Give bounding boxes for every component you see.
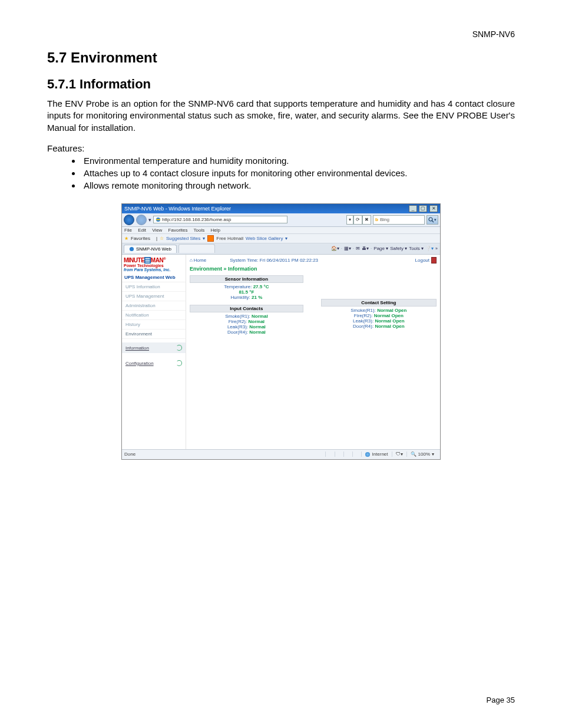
home-icon: ⌂ bbox=[190, 258, 193, 263]
system-time: System Time: Fri 06/24/2011 PM 02:22:23 bbox=[230, 258, 318, 263]
window-controls[interactable]: _ ▢ ✕ bbox=[408, 205, 438, 212]
window-title: SNMP-NV6 Web - Windows Internet Explorer bbox=[124, 206, 231, 212]
new-tab-button[interactable] bbox=[178, 244, 215, 253]
cmd-tools[interactable]: Tools ▾ bbox=[409, 246, 424, 251]
svg-point-3 bbox=[130, 247, 134, 251]
refresh-icon[interactable] bbox=[176, 345, 182, 351]
favorites-star-icon[interactable]: ★ bbox=[124, 236, 128, 241]
breadcrumb: Environment » Information bbox=[190, 263, 437, 275]
fav-suggested[interactable]: Suggested Sites bbox=[166, 236, 200, 241]
close-button[interactable]: ✕ bbox=[429, 205, 438, 212]
feature-item: Allows remote monitoring through network… bbox=[81, 179, 515, 192]
sidebar-item-administration[interactable]: Administration bbox=[122, 301, 186, 311]
sidebar-item-ups-information[interactable]: UPS Information bbox=[122, 282, 186, 292]
home-icon[interactable]: 🏠▾ bbox=[331, 246, 339, 251]
svg-line-2 bbox=[432, 220, 434, 222]
print-icon[interactable]: 🖶▾ bbox=[362, 246, 369, 251]
maximize-button[interactable]: ▢ bbox=[419, 205, 427, 212]
brand-logo: MINUTE☰MAN® Power Technologies from Para… bbox=[122, 255, 186, 273]
menu-tools[interactable]: Tools bbox=[194, 228, 205, 233]
logout-link[interactable]: Logout bbox=[415, 257, 437, 263]
logout-icon bbox=[431, 257, 437, 263]
search-provider: Bing bbox=[380, 217, 389, 222]
url-text: http://192.168.168.236/home.asp bbox=[162, 217, 231, 222]
tab-bar: SNMP-NV6 Web 🏠▾· ▦▾· ✉ 🖶▾· Page ▾ Safety… bbox=[122, 243, 440, 255]
web-app: MINUTE☰MAN® Power Technologies from Para… bbox=[122, 255, 440, 449]
status-zoom[interactable]: 🔍100%▾ bbox=[406, 452, 438, 457]
back-button[interactable] bbox=[124, 215, 134, 225]
sidebar-heading: UPS Management Web bbox=[122, 273, 186, 282]
input-contacts-body: Smoke(R1): Normal Fire(R2): Normal Leak(… bbox=[190, 312, 303, 336]
features-label: Features: bbox=[47, 143, 515, 153]
tab-title: SNMP-NV6 Web bbox=[136, 246, 171, 252]
status-bar: Done Internet 🛡▾ 🔍100%▾ bbox=[122, 449, 440, 459]
intro-paragraph: The ENV Probe is an option for the SNMP-… bbox=[47, 98, 515, 134]
contact-setting-header: Contact Setting bbox=[321, 299, 437, 307]
sensor-info-body: Temperature: 27.5 °C 81.5 °F Humidity: 2… bbox=[190, 283, 303, 301]
favorites-bar: ★ Favorites | ☆ Suggested Sites▾ Free Ho… bbox=[122, 234, 440, 243]
page-number: Page 35 bbox=[487, 696, 515, 704]
ie-icon bbox=[156, 217, 161, 222]
favorites-label[interactable]: Favorites bbox=[131, 236, 150, 241]
sidebar-item-environment[interactable]: Environment bbox=[122, 330, 186, 339]
menu-view[interactable]: View bbox=[152, 228, 162, 233]
feature-item: Attaches up to 4 contact closure inputs … bbox=[81, 167, 515, 179]
browser-tab[interactable]: SNMP-NV6 Web bbox=[124, 245, 177, 253]
address-bar-row: ▾ http://192.168.168.236/home.asp ▾⟳✖ b … bbox=[122, 213, 440, 227]
refresh-icon[interactable] bbox=[176, 360, 182, 366]
addr-combo[interactable]: ▾⟳✖ bbox=[346, 215, 371, 225]
sidebar-item-history[interactable]: History bbox=[122, 320, 186, 330]
sidebar: MINUTE☰MAN® Power Technologies from Para… bbox=[122, 255, 186, 449]
status-done: Done bbox=[124, 452, 135, 457]
command-bar[interactable]: 🏠▾· ▦▾· ✉ 🖶▾· Page ▾ Safety ▾ Tools ▾ ❔▾… bbox=[331, 246, 440, 251]
cmd-safety[interactable]: Safety ▾ bbox=[390, 246, 407, 251]
menu-favorites[interactable]: Favorites bbox=[168, 228, 188, 233]
status-cell bbox=[343, 452, 352, 457]
cmd-page[interactable]: Page ▾ bbox=[373, 246, 388, 251]
search-button[interactable]: ▾ bbox=[427, 215, 438, 225]
tab-icon bbox=[129, 246, 134, 252]
feeds-icon[interactable]: ▦▾ bbox=[344, 246, 351, 251]
fav-gallery[interactable]: Web Slice Gallery bbox=[246, 236, 283, 241]
mail-icon[interactable]: ✉ bbox=[356, 246, 360, 251]
menu-bar[interactable]: File Edit View Favorites Tools Help bbox=[122, 227, 440, 234]
contact-setting-body: Smoke(R1): Normal Open Fire(R2): Normal … bbox=[321, 307, 437, 330]
doc-header: SNMP-NV6 bbox=[47, 29, 515, 39]
features-list: Environmental temperature and humidity m… bbox=[47, 154, 515, 192]
menu-help[interactable]: Help bbox=[211, 228, 220, 233]
dropdown-icon[interactable]: ▾ bbox=[148, 217, 151, 223]
sidebar-item-ups-management[interactable]: UPS Management bbox=[122, 292, 186, 301]
window-titlebar: SNMP-NV6 Web - Windows Internet Explorer… bbox=[122, 204, 440, 213]
subitem-information[interactable]: Information bbox=[122, 342, 186, 353]
sensor-info-header: Sensor Information bbox=[190, 275, 303, 283]
search-icon bbox=[428, 217, 434, 223]
menu-edit[interactable]: Edit bbox=[138, 228, 146, 233]
subsection-heading: 5.7.1 Information bbox=[47, 77, 515, 92]
globe-icon bbox=[365, 452, 370, 457]
section-heading: 5.7 Environment bbox=[47, 50, 515, 66]
status-cell bbox=[325, 452, 334, 457]
status-cell bbox=[335, 452, 343, 457]
forward-button[interactable] bbox=[136, 215, 147, 225]
feature-item: Environmental temperature and humidity m… bbox=[81, 154, 515, 167]
minimize-button[interactable]: _ bbox=[409, 205, 417, 212]
subitem-configuration[interactable]: Configuration bbox=[122, 358, 186, 368]
content-area: ⌂ Home System Time: Fri 06/24/2011 PM 02… bbox=[186, 255, 440, 449]
menu-file[interactable]: File bbox=[124, 228, 132, 233]
hotmail-icon bbox=[207, 235, 214, 242]
bing-icon: b bbox=[375, 217, 378, 222]
home-link[interactable]: ⌂ Home bbox=[190, 258, 206, 263]
help-icon[interactable]: ❔▾ bbox=[425, 246, 434, 251]
status-cell bbox=[352, 452, 361, 457]
protected-mode: 🛡▾ bbox=[392, 452, 406, 457]
status-zone: Internet bbox=[361, 452, 391, 457]
fav-hotmail[interactable]: Free Hotmail bbox=[216, 236, 243, 241]
star-icon: ☆ bbox=[160, 236, 164, 241]
embedded-screenshot: SNMP-NV6 Web - Windows Internet Explorer… bbox=[121, 203, 441, 460]
input-contacts-header: Input Contacts bbox=[190, 305, 303, 312]
sidebar-item-notification[interactable]: Notification bbox=[122, 311, 186, 320]
address-bar[interactable]: http://192.168.168.236/home.asp bbox=[153, 216, 287, 223]
search-input[interactable]: b Bing bbox=[373, 215, 425, 225]
